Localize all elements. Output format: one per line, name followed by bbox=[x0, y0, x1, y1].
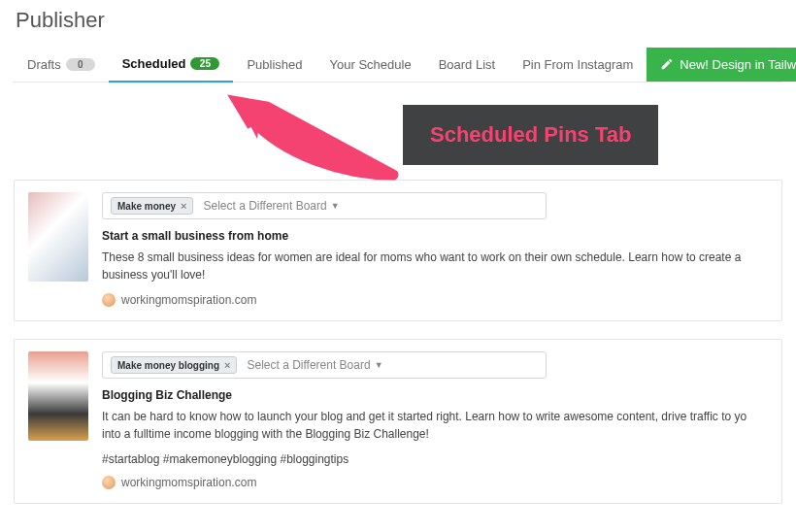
new-design-button-label: New! Design in Tailwin bbox=[680, 57, 796, 72]
board-selector[interactable]: Make money blogging × Select a Different… bbox=[102, 351, 547, 379]
pin-card: Make money blogging × Select a Different… bbox=[14, 339, 782, 504]
tabs-bar: Drafts 0 Scheduled 25 Published Your Sch… bbox=[14, 47, 782, 83]
tab-published-label: Published bbox=[247, 57, 302, 72]
tab-drafts[interactable]: Drafts 0 bbox=[14, 48, 109, 82]
tab-scheduled[interactable]: Scheduled 25 bbox=[109, 47, 234, 83]
pencil-icon bbox=[660, 57, 674, 71]
tab-pin-from-instagram-label: Pin From Instagram bbox=[522, 57, 633, 72]
tab-board-list-label: Board List bbox=[439, 57, 496, 72]
pin-thumbnail[interactable] bbox=[28, 351, 88, 441]
pin-card: Make money × Select a Different Board ▼ … bbox=[14, 180, 782, 321]
pin-hashtags[interactable]: #startablog #makemoneyblogging #blogging… bbox=[102, 452, 768, 466]
board-chip[interactable]: Make money blogging × bbox=[111, 356, 237, 374]
pin-description[interactable]: It can be hard to know how to launch you… bbox=[102, 408, 768, 443]
tab-published[interactable]: Published bbox=[233, 48, 315, 82]
page-title: Publisher bbox=[16, 8, 782, 33]
board-chip-label: Make money bbox=[117, 201, 176, 212]
board-chip-label: Make money blogging bbox=[117, 360, 219, 371]
close-icon[interactable]: × bbox=[224, 359, 230, 371]
chevron-down-icon: ▼ bbox=[375, 360, 383, 370]
source-icon bbox=[102, 293, 116, 307]
annotation-callout: Scheduled Pins Tab bbox=[403, 105, 658, 165]
board-chip[interactable]: Make money × bbox=[111, 197, 193, 215]
source-icon bbox=[102, 476, 116, 489]
annotation-arrow-icon bbox=[218, 83, 413, 189]
pin-source-label: workingmomspiration.com bbox=[121, 476, 256, 489]
tab-board-list[interactable]: Board List bbox=[425, 48, 510, 82]
chevron-down-icon: ▼ bbox=[331, 201, 340, 211]
tab-scheduled-count: 25 bbox=[190, 57, 219, 70]
pin-title[interactable]: Start a small business from home bbox=[102, 229, 768, 243]
close-icon[interactable]: × bbox=[181, 200, 186, 212]
select-different-board-label: Select a Different Board bbox=[247, 358, 370, 372]
tab-drafts-label: Drafts bbox=[27, 57, 61, 72]
tab-scheduled-label: Scheduled bbox=[122, 56, 186, 71]
pin-thumbnail[interactable] bbox=[28, 192, 88, 282]
board-selector[interactable]: Make money × Select a Different Board ▼ bbox=[102, 192, 547, 219]
tab-drafts-count: 0 bbox=[66, 58, 95, 71]
tab-your-schedule-label: Your Schedule bbox=[330, 57, 412, 72]
pin-description[interactable]: These 8 small business ideas for women a… bbox=[102, 249, 768, 283]
select-different-board[interactable]: Select a Different Board ▼ bbox=[203, 199, 339, 213]
select-different-board[interactable]: Select a Different Board ▼ bbox=[247, 358, 382, 372]
pin-source[interactable]: workingmomspiration.com bbox=[102, 293, 768, 307]
pin-source-label: workingmomspiration.com bbox=[121, 293, 256, 307]
pin-title[interactable]: Blogging Biz Challenge bbox=[102, 388, 768, 402]
new-design-button[interactable]: New! Design in Tailwin bbox=[647, 48, 796, 82]
tab-your-schedule[interactable]: Your Schedule bbox=[316, 48, 425, 82]
select-different-board-label: Select a Different Board bbox=[203, 199, 326, 213]
tab-pin-from-instagram[interactable]: Pin From Instagram bbox=[509, 48, 647, 82]
pin-source[interactable]: workingmomspiration.com bbox=[102, 476, 768, 489]
